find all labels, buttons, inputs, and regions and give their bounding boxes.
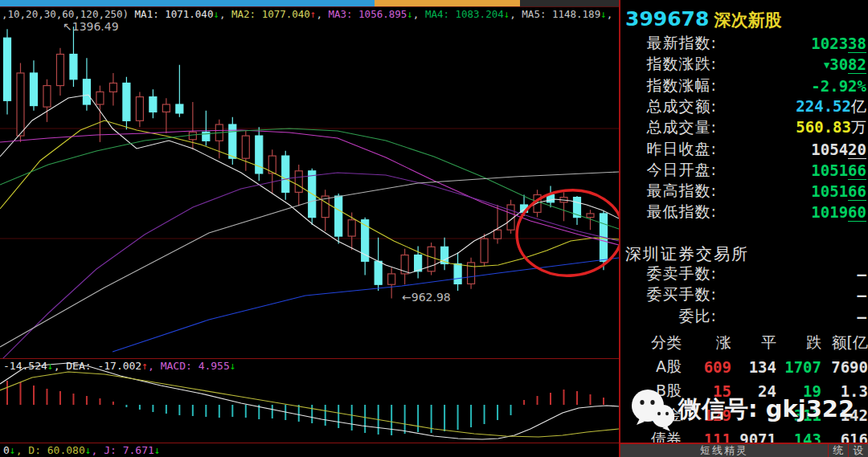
candle xyxy=(560,192,567,221)
candle xyxy=(123,77,130,130)
text-segment: 0 xyxy=(3,444,10,456)
exchange-name: 深圳证券交易所 xyxy=(625,243,749,265)
quote-label: 总成交量: xyxy=(620,117,717,138)
candle xyxy=(375,238,382,291)
text-segment: , DEA: -17.002 xyxy=(54,360,142,372)
candle xyxy=(83,58,90,111)
candle xyxy=(454,252,461,291)
instrument-title[interactable]: 399678深次新股 xyxy=(625,7,781,31)
candle xyxy=(428,243,435,275)
text-segment: MA1: 1071.040 xyxy=(135,8,214,20)
text-segment: , J: 7.671 xyxy=(92,444,154,456)
dea-line xyxy=(0,372,619,437)
text-segment: , xyxy=(219,8,231,20)
text-segment: ↑ xyxy=(141,360,148,372)
quote-label: 总成交额: xyxy=(620,96,717,117)
quote-value: 105166 xyxy=(717,182,866,200)
text-segment: ↓ xyxy=(600,8,607,20)
quote-value: ▼3082 xyxy=(717,55,866,73)
watermark-text: 微信号: gkj322 xyxy=(678,394,854,426)
quote-label: 今日开盘: xyxy=(620,160,717,181)
macd-values-header: -14.524↓, DEA: -17.002↑, MACD: 4.955↓ xyxy=(3,360,485,372)
candle xyxy=(441,238,448,271)
text-segment: ↓ xyxy=(10,444,16,456)
candle xyxy=(109,73,117,106)
instrument-name: 深次新股 xyxy=(714,10,781,30)
candle xyxy=(149,89,157,118)
text-segment: ↓ xyxy=(47,360,54,372)
text-segment: MA2: 1077.040 xyxy=(231,8,310,20)
quote-row: 指数涨幅: -2.92% xyxy=(620,75,866,96)
quote-value: 105420 xyxy=(717,141,866,158)
candle xyxy=(268,149,276,194)
settings-button[interactable]: 设 xyxy=(848,444,868,457)
candle xyxy=(494,205,502,243)
quote-row: 今日开盘: 105166 xyxy=(620,160,866,181)
candle xyxy=(401,249,408,285)
stats-button[interactable]: 统 xyxy=(828,444,848,457)
panel-bottom-bar: 短线精灵 统 设 xyxy=(620,443,868,457)
candle xyxy=(4,29,11,114)
candle xyxy=(507,200,514,234)
candle xyxy=(309,169,316,225)
text-segment: ↓ xyxy=(230,360,236,372)
text-segment: -14.524 xyxy=(3,360,47,372)
text-segment: ↓ xyxy=(85,444,92,456)
text-segment: , D: 60.080 xyxy=(16,444,85,456)
candle xyxy=(481,234,488,267)
dif-line xyxy=(0,363,619,439)
low-price-label: ←962.98 xyxy=(402,291,451,304)
quote-value: 102338 xyxy=(717,35,866,52)
quote-value: 224.52亿 xyxy=(717,96,866,117)
watermark: 微信号: gkj322 xyxy=(628,377,868,442)
quote-label: 最低指数: xyxy=(620,202,717,222)
candle xyxy=(162,98,170,133)
text-segment: MA3: 1056.895 xyxy=(328,8,407,20)
ma-values-header: ,10,20,30,60,120,250) MA1: 1071.040↓, MA… xyxy=(2,8,617,20)
kline-chart-area[interactable]: ↖1396.49←962.98 xyxy=(0,0,619,358)
candle xyxy=(56,48,63,96)
trading-terminal: { "topbar": {"segments":[ {"w":466,"colo… xyxy=(0,0,868,457)
quote-row: 最高指数: 105166 xyxy=(620,181,866,202)
wechat-icon xyxy=(628,386,678,433)
candle xyxy=(176,65,183,117)
candle xyxy=(547,186,555,208)
candle xyxy=(321,190,329,231)
quote-value: 101960 xyxy=(717,203,866,221)
quote-row: 总成交量: 560.83万 xyxy=(620,117,866,138)
kline-chart-svg: ↖1396.49←962.98 xyxy=(0,0,619,358)
quote-row: 昨日收盘: 105420 xyxy=(620,139,866,160)
quote-row: 最新指数: 102338 xyxy=(620,33,866,54)
quote-label: 指数涨幅: xyxy=(620,75,717,96)
text-segment: MA4: 1083.204 xyxy=(425,8,504,20)
quote-row: 指数涨跌: ▼3082 xyxy=(620,54,866,75)
text-segment: ↓ xyxy=(154,444,161,456)
candle xyxy=(242,131,249,171)
text-segment: , xyxy=(413,8,425,20)
table-row-A股[interactable]: A股60913417077690 xyxy=(620,355,868,379)
candle xyxy=(70,27,77,87)
quote-value: -2.92% xyxy=(717,77,866,95)
text-segment: , xyxy=(316,8,328,20)
text-segment: ↓ xyxy=(407,8,413,20)
quote-label: 昨日收盘: xyxy=(620,139,717,160)
quote-label: 最新指数: xyxy=(620,33,717,54)
quote-label: 最高指数: xyxy=(620,181,717,202)
text-segment: ,10,20,30,60,120,250) xyxy=(2,8,135,20)
macd-kdj-divider xyxy=(0,443,619,443)
candle xyxy=(43,80,51,122)
quote-row: 总成交额: 224.52亿 xyxy=(620,96,866,117)
high-price-label: ↖1396.49 xyxy=(63,20,119,33)
instrument-code: 399678 xyxy=(625,7,709,31)
text-segment: ↓ xyxy=(213,8,219,20)
text-segment: , MACD: 4.955 xyxy=(148,360,230,372)
quote-label: 指数涨跌: xyxy=(620,54,717,75)
quote-value: 560.83万 xyxy=(717,117,866,138)
candle xyxy=(573,196,580,225)
text-segment: MA5: 1148.189 xyxy=(522,8,600,20)
candle xyxy=(282,151,289,200)
quote-value: 105166 xyxy=(717,161,866,179)
shortline-wizard-label[interactable]: 短线精灵 xyxy=(620,444,828,457)
order-row: 委卖手数:— xyxy=(620,263,866,284)
text-segment: , xyxy=(510,8,522,20)
